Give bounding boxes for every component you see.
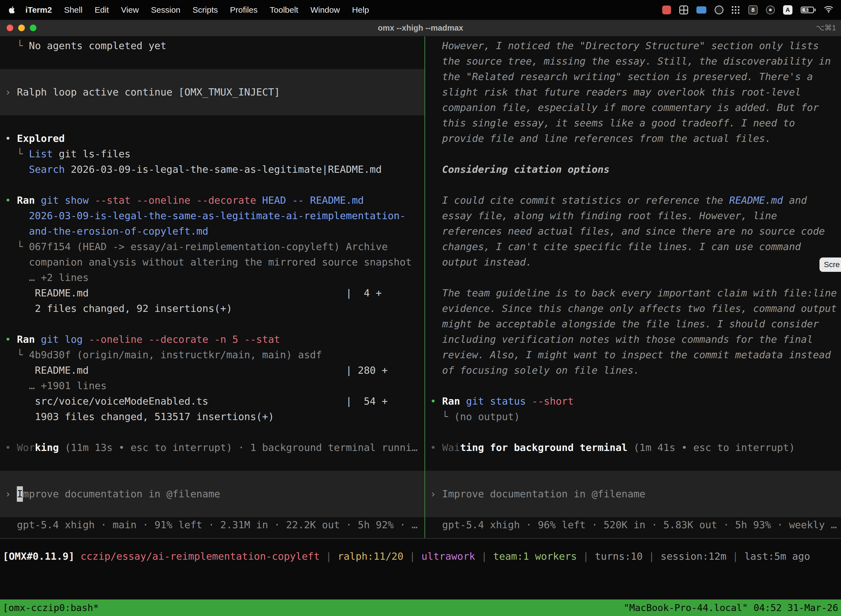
text-segment: 1903 files changed, 513517 insertions(+) bbox=[5, 411, 274, 422]
terminal-line: └ No agents completed yet bbox=[0, 38, 424, 54]
terminal-line: Considering citation options bbox=[425, 162, 841, 177]
terminal-line bbox=[425, 455, 841, 471]
apple-menu-icon[interactable] bbox=[8, 6, 15, 14]
prompt-input[interactable]: › Improve documentation in @filename bbox=[0, 471, 424, 517]
stats-badge-icon[interactable]: 8 bbox=[748, 5, 757, 15]
prompt-input[interactable]: › Improve documentation in @filename bbox=[425, 471, 841, 517]
screen-sharing-popover[interactable]: Scre bbox=[819, 258, 841, 272]
text-segment: --oneline --decorate -n 5 --stat bbox=[83, 334, 280, 345]
terminal-line bbox=[0, 177, 424, 193]
text-segment: references need actual files, and since … bbox=[430, 226, 825, 237]
text-segment: └ 067f154 (HEAD -> essay/ai-reimplementa… bbox=[5, 241, 388, 252]
text-segment: › bbox=[5, 84, 17, 100]
text-segment: Ralph loop active continue [OMX_TMUX_INJ… bbox=[17, 84, 280, 100]
text-segment: src/voice/voiceModeEnabled.ts | 54 + bbox=[5, 396, 388, 407]
text-segment: of focusing solely on file lines. bbox=[430, 365, 640, 376]
window-title: omx --xhigh --madmax bbox=[378, 23, 463, 32]
text-segment: README.md | 280 + bbox=[5, 365, 388, 376]
text-segment: including verification notes with those … bbox=[430, 334, 813, 345]
text-segment: git log bbox=[35, 334, 82, 345]
text-segment: output instead. bbox=[430, 257, 532, 268]
terminal-line: src/voice/voiceModeEnabled.ts | 54 + bbox=[0, 393, 424, 409]
text-segment: --stat --oneline --decorate bbox=[89, 195, 256, 206]
input-source-icon[interactable]: A bbox=[783, 5, 793, 15]
terminal-line: README.md | 4 + bbox=[0, 285, 424, 301]
menu-item-profiles[interactable]: Profiles bbox=[230, 5, 258, 15]
text-segment: git ls-files bbox=[53, 148, 130, 160]
dots-grid-icon[interactable] bbox=[732, 6, 740, 14]
terminal-line: might be acceptable alongside the file l… bbox=[425, 316, 841, 332]
omx-team-workers: team:1 workers bbox=[493, 551, 577, 562]
terminal-line: • Ran git show --stat --oneline --decora… bbox=[0, 193, 424, 208]
menu-item-toolbelt[interactable]: Toolbelt bbox=[270, 5, 298, 15]
text-segment: Explored bbox=[17, 133, 64, 144]
tmux-host-clock: "MacBook-Pro-44.local" 04:52 31-Mar-26 bbox=[624, 602, 838, 613]
terminal-line: the source tree, missing the essay. Stil… bbox=[425, 54, 841, 69]
terminal-line: … +2 lines bbox=[0, 270, 424, 285]
text-segment: • Wor bbox=[5, 442, 35, 453]
menu-item-shell[interactable]: Shell bbox=[64, 5, 82, 15]
app-menu-items: iTerm2ShellEditViewSessionScriptsProfile… bbox=[25, 5, 369, 15]
minimize-button[interactable] bbox=[18, 25, 25, 31]
wifi-icon[interactable] bbox=[824, 5, 833, 15]
terminal-line: slight risk that future readers may over… bbox=[425, 84, 841, 100]
terminal-line: references need actual files, and since … bbox=[425, 224, 841, 239]
terminal-line: the "Related research writing" section i… bbox=[425, 69, 841, 84]
menu-item-view[interactable]: View bbox=[121, 5, 139, 15]
separator: | bbox=[403, 551, 421, 562]
close-button[interactable] bbox=[7, 25, 13, 31]
terminal-line: companion analysis without altering the … bbox=[0, 254, 424, 270]
terminal-line: README.md | 280 + bbox=[0, 363, 424, 378]
screen-recording-stop-icon[interactable] bbox=[662, 6, 671, 14]
battery-icon[interactable]: 61 bbox=[801, 7, 816, 13]
zoom-button[interactable] bbox=[30, 25, 37, 31]
text-segment: companion file, especially if more comme… bbox=[430, 102, 819, 113]
battery-percent: 61 bbox=[801, 7, 813, 13]
text-segment: git show bbox=[35, 195, 89, 206]
text-segment: … +1901 lines bbox=[5, 380, 107, 392]
menu-item-iterm2[interactable]: iTerm2 bbox=[25, 5, 52, 15]
menu-item-scripts[interactable]: Scripts bbox=[193, 5, 218, 15]
terminal-line: I could cite commit statistics or refere… bbox=[425, 193, 841, 208]
menu-item-session[interactable]: Session bbox=[151, 5, 180, 15]
terminal-line: Search 2026-03-09-is-legal-the-same-as-l… bbox=[0, 162, 424, 177]
text-segment: README.md bbox=[729, 195, 783, 206]
terminal-line bbox=[425, 378, 841, 393]
menu-bar-status-icons: 8 A 61 bbox=[662, 5, 833, 15]
text-segment: ting for background terminal bbox=[460, 442, 627, 453]
terminal-line bbox=[0, 424, 424, 440]
text-segment: and bbox=[783, 195, 807, 206]
camera-app-icon[interactable] bbox=[766, 6, 775, 14]
omx-branch: cczip/essay/ai-reimplementation-copyleft bbox=[81, 551, 320, 562]
text-segment: the "Related research writing" section i… bbox=[430, 71, 813, 82]
text-segment: and-the-erosion-of-copyleft.md bbox=[5, 226, 208, 237]
window-title-bar[interactable]: omx --xhigh --madmax ⌥⌘1 bbox=[0, 20, 841, 37]
text-segment: The team guideline is to back every impo… bbox=[430, 287, 837, 299]
grid-app-icon[interactable] bbox=[679, 6, 688, 14]
text-segment: 2026-03-09-is-legal-the-same-as-legitima… bbox=[65, 164, 382, 175]
docker-icon[interactable] bbox=[696, 6, 706, 13]
menu-item-help[interactable]: Help bbox=[352, 5, 369, 15]
tmux-session-window[interactable]: [omx-cczip0:bash* bbox=[3, 602, 99, 613]
text-segment: • bbox=[5, 334, 17, 345]
text-segment: › Improve documentation in @filename bbox=[430, 486, 645, 502]
shield-app-icon[interactable] bbox=[715, 6, 724, 14]
separator: | bbox=[320, 551, 338, 562]
separator: | bbox=[577, 551, 595, 562]
text-segment: this single essay, it seems like a good … bbox=[430, 117, 795, 129]
text-segment: king bbox=[35, 442, 59, 453]
text-segment: • Wai bbox=[430, 442, 460, 453]
menu-item-edit[interactable]: Edit bbox=[95, 5, 109, 15]
terminal-line bbox=[0, 115, 424, 131]
terminal-line bbox=[425, 146, 841, 162]
terminal-line: └ List git ls-files bbox=[0, 146, 424, 162]
text-segment: (1m 41s • esc to interrupt) bbox=[627, 442, 795, 453]
terminal-pane-left[interactable]: └ No agents completed yet› Ralph loop ac… bbox=[0, 37, 424, 538]
text-segment: └ bbox=[5, 40, 29, 51]
text-segment: gpt-5.4 xhigh · 96% left · 520K in · 5.8… bbox=[430, 519, 837, 531]
text-segment: gpt-5.4 xhigh · main · 91% left · 2.31M … bbox=[5, 519, 418, 531]
window-shortcut-badge: ⌥⌘1 bbox=[816, 23, 836, 32]
menu-item-window[interactable]: Window bbox=[311, 5, 340, 15]
terminal-pane-right[interactable]: However, I noticed the "Directory Struct… bbox=[425, 37, 841, 538]
terminal-line: └ (no output) bbox=[425, 409, 841, 424]
